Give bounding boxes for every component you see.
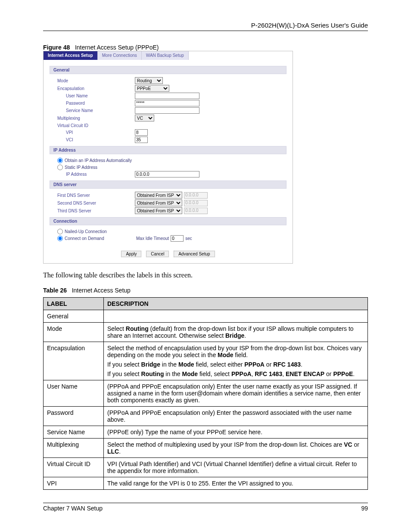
vpi-input[interactable] <box>135 129 148 136</box>
cell-description: Select Routing (default) from the drop-d… <box>104 323 368 342</box>
cell-description: (PPPoA and PPPoE encapsulation only) Ent… <box>104 407 368 426</box>
cell-description: Select the method of encapsulation used … <box>104 342 368 380</box>
section-general: General <box>50 66 286 74</box>
cell-label: Service Name <box>44 426 104 439</box>
label-virtual-circuit-id: Virtual Circuit ID <box>57 123 135 128</box>
cell-label: User Name <box>44 380 104 407</box>
ip-auto-radio[interactable] <box>57 158 63 163</box>
label-third-dns: Third DNS Server <box>57 208 135 213</box>
third-dns-value: 0.0.0.0 <box>184 208 208 214</box>
table-row: MultiplexingSelect the method of multipl… <box>44 439 368 458</box>
label-multiplexing: Multiplexing <box>57 116 135 121</box>
first-dns-value: 0.0.0.0 <box>184 192 208 199</box>
cancel-button[interactable]: Cancel <box>146 251 169 257</box>
cell-label: Mode <box>44 323 104 342</box>
table-row: ModeSelect Routing (default) from the dr… <box>44 323 368 342</box>
advanced-setup-button[interactable]: Advanced Setup <box>174 251 215 257</box>
table-row: VPIThe valid range for the VPI is 0 to 2… <box>44 477 368 490</box>
label-mode: Mode <box>57 78 135 83</box>
cell-description: The valid range for the VPI is 0 to 255.… <box>104 477 368 490</box>
second-dns-mode-select[interactable]: Obtained From ISP <box>135 199 182 206</box>
section-ip-address: IP Address <box>50 146 286 154</box>
label-vci: VCI <box>66 137 135 142</box>
user-name-input[interactable] <box>135 93 199 99</box>
screenshot-panel: Internet Access Setup More Connections W… <box>43 51 293 264</box>
idle-unit: sec <box>185 236 192 241</box>
cell-label: Encapsulation <box>44 342 104 380</box>
figure-title: Internet Access Setup (PPPoE) <box>75 44 159 51</box>
ip-static-radio[interactable] <box>57 165 63 170</box>
nailed-up-radio[interactable] <box>57 229 63 234</box>
page-footer: Chapter 7 WAN Setup 99 <box>43 503 368 512</box>
second-dns-value: 0.0.0.0 <box>184 200 208 206</box>
label-ip-static: Static IP Address <box>65 165 97 170</box>
cell-label: General <box>44 310 104 323</box>
cell-label: Virtual Circuit ID <box>44 458 104 477</box>
label-encapsulation: Encapsulation <box>57 86 135 91</box>
cell-description: VPI (Virtual Path Identifier) and VCI (V… <box>104 458 368 477</box>
table-row: General <box>44 310 368 323</box>
tab-internet-access-setup[interactable]: Internet Access Setup <box>44 51 98 60</box>
section-connection: Connection <box>50 217 286 225</box>
cell-description <box>104 310 368 323</box>
cell-description: Select the method of multiplexing used b… <box>104 439 368 458</box>
table-row: Virtual Circuit IDVPI (Virtual Path Iden… <box>44 458 368 477</box>
footer-page-number: 99 <box>361 505 368 512</box>
encapsulation-select[interactable]: PPPoE <box>135 85 169 92</box>
th-description: DESCRIPTION <box>104 298 368 310</box>
table-row: EncapsulationSelect the method of encaps… <box>44 342 368 380</box>
first-dns-mode-select[interactable]: Obtained From ISP <box>135 192 182 199</box>
th-label: LABEL <box>44 298 104 310</box>
label-ip-address: IP Address <box>66 172 135 177</box>
table-number: Table 26 <box>43 287 67 294</box>
label-password: Password <box>66 101 135 106</box>
label-ip-auto: Obtain an IP Address Automatically <box>65 158 132 163</box>
body-paragraph: The following table describes the labels… <box>43 271 368 279</box>
label-service-name: Service Name <box>66 108 135 113</box>
label-user-name: User Name <box>66 93 135 98</box>
section-dns-server: DNS server <box>50 180 286 189</box>
guide-title: P-2602H(W)(L)-DxA Series User's Guide <box>43 22 368 31</box>
tab-bar: Internet Access Setup More Connections W… <box>44 51 293 60</box>
table-row: User Name(PPPoA and PPPoE encapsulation … <box>44 380 368 407</box>
cell-label: Multiplexing <box>44 439 104 458</box>
ip-address-input[interactable] <box>135 171 199 177</box>
service-name-input[interactable] <box>135 107 199 114</box>
label-first-dns: First DNS Server <box>57 193 135 198</box>
table-caption: Table 26 Internet Access Setup <box>43 287 368 294</box>
apply-button[interactable]: Apply <box>121 251 141 257</box>
footer-chapter: Chapter 7 WAN Setup <box>43 505 103 512</box>
table-row: Password(PPPoA and PPPoE encapsulation o… <box>44 407 368 426</box>
label-max-idle-timeout: Max Idle Timeout <box>136 236 169 241</box>
figure-number: Figure 48 <box>43 44 70 51</box>
third-dns-mode-select[interactable]: Obtained From ISP <box>135 207 182 214</box>
cell-label: VPI <box>44 477 104 490</box>
description-table: LABEL DESCRIPTION GeneralModeSelect Rout… <box>43 297 368 490</box>
table-title: Internet Access Setup <box>72 287 131 294</box>
cell-description: (PPPoA and PPPoE encapsulation only) Ent… <box>104 380 368 407</box>
tab-more-connections[interactable]: More Connections <box>98 51 142 60</box>
max-idle-timeout-input[interactable] <box>171 235 184 242</box>
cell-description: (PPPoE only) Type the name of your PPPoE… <box>104 426 368 439</box>
vci-input[interactable] <box>135 137 148 143</box>
label-nailed-up: Nailed-Up Connection <box>65 229 107 234</box>
mode-select[interactable]: Routing <box>135 77 163 84</box>
label-vpi: VPI <box>66 130 135 135</box>
figure-caption: Figure 48 Internet Access Setup (PPPoE) <box>43 44 368 51</box>
multiplexing-select[interactable]: VC <box>135 115 154 121</box>
label-second-dns: Second DNS Server <box>57 201 135 205</box>
tab-wan-backup-setup[interactable]: WAN Backup Setup <box>142 51 189 60</box>
cell-label: Password <box>44 407 104 426</box>
password-input[interactable] <box>135 100 199 106</box>
connect-on-demand-radio[interactable] <box>57 236 63 241</box>
table-row: Service Name(PPPoE only) Type the name o… <box>44 426 368 439</box>
label-connect-on-demand: Connect on Demand <box>65 236 136 241</box>
